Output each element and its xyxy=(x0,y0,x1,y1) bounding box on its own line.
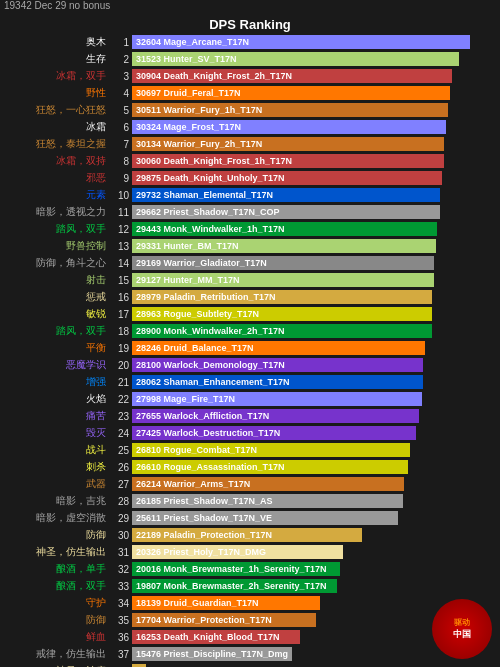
rank-number: 15 xyxy=(110,275,132,286)
spec-label: 恶魔学识 xyxy=(0,358,110,372)
rank-number: 2 xyxy=(110,54,132,65)
table-row: 生存231523 Hunter_SV_T17N xyxy=(0,51,500,67)
spec-label: 生存 xyxy=(0,52,110,66)
rank-number: 19 xyxy=(110,343,132,354)
spec-label: 踏风，双手 xyxy=(0,324,110,338)
table-row: 防御3022189 Paladin_Protection_T17N xyxy=(0,527,500,543)
table-row: 武器2726214 Warrior_Arms_T17N xyxy=(0,476,500,492)
spec-label: 毁灭 xyxy=(0,426,110,440)
bar-label: 29169 Warrior_Gladiator_T17N xyxy=(136,256,267,270)
table-row: 暗影，吉兆2826185 Priest_Shadow_T17N_AS xyxy=(0,493,500,509)
bar-label: 16253 Death_Knight_Blood_T17N xyxy=(136,630,280,644)
spec-label: 戒律，仿生输出 xyxy=(0,647,110,661)
table-row: 惩戒1628979 Paladin_Retribution_T17N xyxy=(0,289,500,305)
table-row: 防御，角斗之心1429169 Warrior_Gladiator_T17N xyxy=(0,255,500,271)
bar-label: 20326 Priest_Holy_T17N_DMG xyxy=(136,545,266,559)
bar-label: 29443 Monk_Windwalker_1h_T17N xyxy=(136,222,284,236)
table-row: 野性430697 Druid_Feral_T17N xyxy=(0,85,500,101)
spec-label: 暗影，虚空消散 xyxy=(0,511,110,525)
table-row: 踏风，双手1229443 Monk_Windwalker_1h_T17N xyxy=(0,221,500,237)
bar-label: 28062 Shaman_Enhancement_T17N xyxy=(136,375,290,389)
rank-number: 23 xyxy=(110,411,132,422)
spec-label: 防御，角斗之心 xyxy=(0,256,110,270)
bar-label: 30511 Warrior_Fury_1h_T17N xyxy=(136,103,262,117)
bar-area: 22189 Paladin_Protection_T17N xyxy=(132,528,500,542)
spec-label: 元素 xyxy=(0,188,110,202)
bar-area: 29169 Warrior_Gladiator_T17N xyxy=(132,256,500,270)
bar-label: 27655 Warlock_Affliction_T17N xyxy=(136,409,269,423)
table-row: 暗影，透视之力1129662 Priest_Shadow_T17N_COP xyxy=(0,204,500,220)
rank-number: 10 xyxy=(110,190,132,201)
bar-area: 20016 Monk_Brewmaster_1h_Serenity_T17N xyxy=(132,562,500,576)
table-row: 火焰2227998 Mage_Fire_T17N xyxy=(0,391,500,407)
rank-number: 12 xyxy=(110,224,132,235)
table-row: 恶魔学识2028100 Warlock_Demonology_T17N xyxy=(0,357,500,373)
page-title: DPS Ranking xyxy=(0,13,500,34)
spec-label: 奥木 xyxy=(0,35,110,49)
spec-label: 刺杀 xyxy=(0,460,110,474)
bar-area: 28246 Druid_Balance_T17N xyxy=(132,341,500,355)
bar-label: 19807 Monk_Brewmaster_2h_Serenity_T17N xyxy=(136,579,327,593)
bar-label: 15476 Priest_Discipline_T17N_Dmg xyxy=(136,647,288,661)
rank-number: 35 xyxy=(110,615,132,626)
spec-label: 暗影，透视之力 xyxy=(0,205,110,219)
bar-label: 30324 Mage_Frost_T17N xyxy=(136,120,241,134)
bar-area: 30324 Mage_Frost_T17N xyxy=(132,120,500,134)
bar-label: 32604 Mage_Arcane_T17N xyxy=(136,35,249,49)
rank-number: 36 xyxy=(110,632,132,643)
table-row: 冰霜，双持830060 Death_Knight_Frost_1h_T17N xyxy=(0,153,500,169)
table-row: 平衡1928246 Druid_Balance_T17N xyxy=(0,340,500,356)
rank-number: 27 xyxy=(110,479,132,490)
bar-area: 26185 Priest_Shadow_T17N_AS xyxy=(132,494,500,508)
bar-label: 22189 Paladin_Protection_T17N xyxy=(136,528,272,542)
spec-label: 野性 xyxy=(0,86,110,100)
table-row: 守护3418139 Druid_Guardian_T17N xyxy=(0,595,500,611)
bar-area: 31523 Hunter_SV_T17N xyxy=(132,52,500,66)
watermark: 驱动 中国 xyxy=(432,599,492,659)
spec-label: 冰霜，双手 xyxy=(0,69,110,83)
spec-label: 射击 xyxy=(0,273,110,287)
spec-label: 增强 xyxy=(0,375,110,389)
bar-label: 28246 Druid_Balance_T17N xyxy=(136,341,254,355)
rank-number: 9 xyxy=(110,173,132,184)
spec-label: 暗影，吉兆 xyxy=(0,494,110,508)
rank-number: 25 xyxy=(110,445,132,456)
table-row: 酿酒，单手3220016 Monk_Brewmaster_1h_Serenity… xyxy=(0,561,500,577)
bar-label: 28100 Warlock_Demonology_T17N xyxy=(136,358,285,372)
bar-area: 20326 Priest_Holy_T17N_DMG xyxy=(132,545,500,559)
bar-area: 28100 Warlock_Demonology_T17N xyxy=(132,358,500,372)
bar-label: 28963 Rogue_Subtlety_T17N xyxy=(136,307,259,321)
spec-label: 踏风，双手 xyxy=(0,222,110,236)
table-row: 痛苦2327655 Warlock_Affliction_T17N xyxy=(0,408,500,424)
bar-area: 27655 Warlock_Affliction_T17N xyxy=(132,409,500,423)
spec-label: 敏锐 xyxy=(0,307,110,321)
spec-label: 惩戒 xyxy=(0,290,110,304)
table-row: 战斗2526810 Rogue_Combat_T17N xyxy=(0,442,500,458)
table-row: 鲜血3616253 Death_Knight_Blood_T17N xyxy=(0,629,500,645)
rank-number: 16 xyxy=(110,292,132,303)
rank-number: 14 xyxy=(110,258,132,269)
rank-number: 1 xyxy=(110,37,132,48)
rank-number: 31 xyxy=(110,547,132,558)
rank-number: 17 xyxy=(110,309,132,320)
table-row: 冰霜，双手330904 Death_Knight_Frost_2h_T17N xyxy=(0,68,500,84)
rank-number: 7 xyxy=(110,139,132,150)
table-row: 暗影，虚空消散2925611 Priest_Shadow_T17N_VE xyxy=(0,510,500,526)
bar-area: 29443 Monk_Windwalker_1h_T17N xyxy=(132,222,500,236)
spec-label: 战斗 xyxy=(0,443,110,457)
bar-area: 30697 Druid_Feral_T17N xyxy=(132,86,500,100)
bar-label: 25611 Priest_Shadow_T17N_VE xyxy=(136,511,272,525)
table-row: 神圣，治疗381395 Priest_Holy_T17N_Heal xyxy=(0,663,500,667)
rank-number: 29 xyxy=(110,513,132,524)
bar-area: 29875 Death_Knight_Unholy_T17N xyxy=(132,171,500,185)
spec-label: 酿酒，双手 xyxy=(0,579,110,593)
bar-label: 28979 Paladin_Retribution_T17N xyxy=(136,290,276,304)
rank-number: 34 xyxy=(110,598,132,609)
rank-number: 24 xyxy=(110,428,132,439)
bar-area: 19807 Monk_Brewmaster_2h_Serenity_T17N xyxy=(132,579,500,593)
spec-label: 冰霜 xyxy=(0,120,110,134)
bar-label: 30060 Death_Knight_Frost_1h_T17N xyxy=(136,154,292,168)
bar-area: 29662 Priest_Shadow_T17N_COP xyxy=(132,205,500,219)
table-row: 狂怒，一心狂怒530511 Warrior_Fury_1h_T17N xyxy=(0,102,500,118)
subtitle: 19342 Dec 29 no bonus xyxy=(0,0,500,13)
